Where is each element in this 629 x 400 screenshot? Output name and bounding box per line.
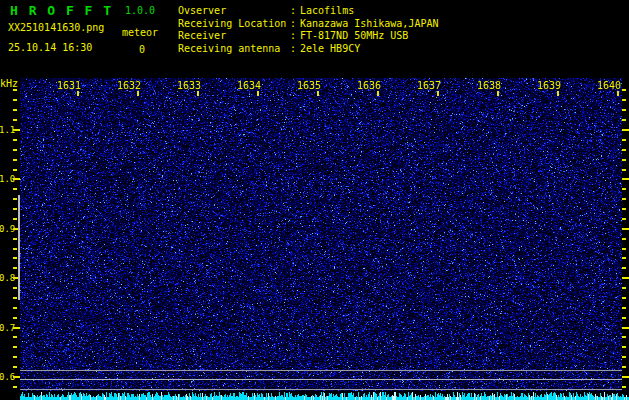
tick-mark xyxy=(557,91,559,96)
tick-mark xyxy=(137,91,139,96)
tick-mark xyxy=(622,129,629,131)
tick-mark xyxy=(622,159,626,161)
meteor-count: 0 xyxy=(139,44,145,55)
app-title: H R O F F T xyxy=(10,3,113,18)
reference-line-middle xyxy=(20,379,622,380)
tick-mark xyxy=(622,336,626,338)
tick-mark xyxy=(622,238,626,240)
time-label: 1639 xyxy=(529,80,569,91)
time-label: 1637 xyxy=(409,80,449,91)
location-value: Kanazawa Ishikawa,JAPAN xyxy=(300,18,438,29)
time-label: 1635 xyxy=(289,80,329,91)
receiver-label: Receiver xyxy=(178,30,290,43)
tick-mark xyxy=(13,386,17,388)
tick-mark xyxy=(622,257,626,259)
tick-mark xyxy=(622,228,629,230)
tick-mark xyxy=(13,188,17,190)
tick-mark xyxy=(622,198,626,200)
tick-mark xyxy=(622,356,626,358)
mode-label: meteor xyxy=(122,27,158,38)
antenna-label: Receiving antenna xyxy=(178,43,290,56)
tick-mark xyxy=(13,198,17,200)
tick-mark xyxy=(622,218,626,220)
tick-mark xyxy=(622,297,626,299)
tick-mark xyxy=(622,99,626,101)
tick-mark xyxy=(622,139,626,141)
location-label: Receiving Location xyxy=(178,18,290,31)
tick-mark xyxy=(622,346,626,348)
receiver-separator: : xyxy=(290,30,300,43)
tick-mark xyxy=(377,91,379,96)
tick-mark xyxy=(497,91,499,96)
tick-mark xyxy=(622,376,629,378)
tick-mark xyxy=(13,297,17,299)
output-filename: XX2510141630.png xyxy=(8,22,104,33)
tick-mark xyxy=(13,317,17,319)
tick-mark xyxy=(13,238,17,240)
tick-mark xyxy=(13,99,17,101)
reference-line-top xyxy=(20,370,622,371)
station-info: Ovserver:Lacofilms Receiving Location:Ka… xyxy=(178,5,618,55)
tick-mark xyxy=(13,346,17,348)
tick-mark xyxy=(257,91,259,96)
tick-mark xyxy=(617,91,619,96)
tick-mark xyxy=(622,287,626,289)
tick-mark xyxy=(622,327,629,329)
antenna-value: 2ele HB9CY xyxy=(300,43,360,54)
signal-level-canvas xyxy=(20,391,629,400)
tick-mark xyxy=(13,119,17,121)
hrofft-window: H R O F F T 1.0.0 XX2510141630.png meteo… xyxy=(0,0,629,400)
tick-mark xyxy=(437,91,439,96)
tick-mark xyxy=(13,218,17,220)
tick-mark xyxy=(197,91,199,96)
tick-mark xyxy=(622,89,626,91)
receiver-value: FT-817ND 50MHz USB xyxy=(300,30,408,41)
tick-mark xyxy=(622,366,626,368)
tick-mark xyxy=(13,257,17,259)
tick-mark xyxy=(13,89,17,91)
tick-mark xyxy=(622,277,629,279)
tick-mark xyxy=(13,159,17,161)
tick-mark xyxy=(622,178,629,180)
info-row-location: Receiving Location:Kanazawa Ishikawa,JAP… xyxy=(178,18,618,31)
tick-mark xyxy=(13,376,20,378)
location-separator: : xyxy=(290,18,300,31)
tick-mark xyxy=(13,307,17,309)
tick-mark xyxy=(77,91,79,96)
antenna-separator: : xyxy=(290,43,300,56)
tick-mark xyxy=(13,287,17,289)
tick-mark xyxy=(622,386,626,388)
time-label: 1636 xyxy=(349,80,389,91)
time-label: 1632 xyxy=(109,80,149,91)
tick-mark xyxy=(317,91,319,96)
tick-mark xyxy=(13,149,17,151)
info-row-antenna: Receiving antenna:2ele HB9CY xyxy=(178,43,618,56)
tick-mark xyxy=(13,208,17,210)
tick-mark xyxy=(13,178,20,180)
tick-mark xyxy=(13,109,17,111)
time-label: 1633 xyxy=(169,80,209,91)
tick-mark xyxy=(622,109,626,111)
app-version: 1.0.0 xyxy=(125,5,155,16)
spectrogram-noise-canvas xyxy=(20,78,622,391)
tick-mark xyxy=(13,248,17,250)
tick-mark xyxy=(622,119,626,121)
khz-axis-label: kHz xyxy=(0,78,18,89)
tick-mark xyxy=(622,149,626,151)
observation-datetime: 25.10.14 16:30 xyxy=(8,42,92,53)
tick-mark xyxy=(13,139,17,141)
tick-mark xyxy=(622,208,626,210)
tick-mark xyxy=(13,356,17,358)
observer-value: Lacofilms xyxy=(300,5,354,16)
tick-mark xyxy=(622,267,626,269)
tick-mark xyxy=(13,169,17,171)
info-row-observer: Ovserver:Lacofilms xyxy=(178,5,618,18)
tick-mark xyxy=(622,317,626,319)
tick-mark xyxy=(622,248,626,250)
tick-mark xyxy=(13,366,17,368)
time-label: 1634 xyxy=(229,80,269,91)
time-label: 1638 xyxy=(469,80,509,91)
tick-mark xyxy=(622,307,626,309)
tick-mark xyxy=(13,267,17,269)
info-row-receiver: Receiver:FT-817ND 50MHz USB xyxy=(178,30,618,43)
